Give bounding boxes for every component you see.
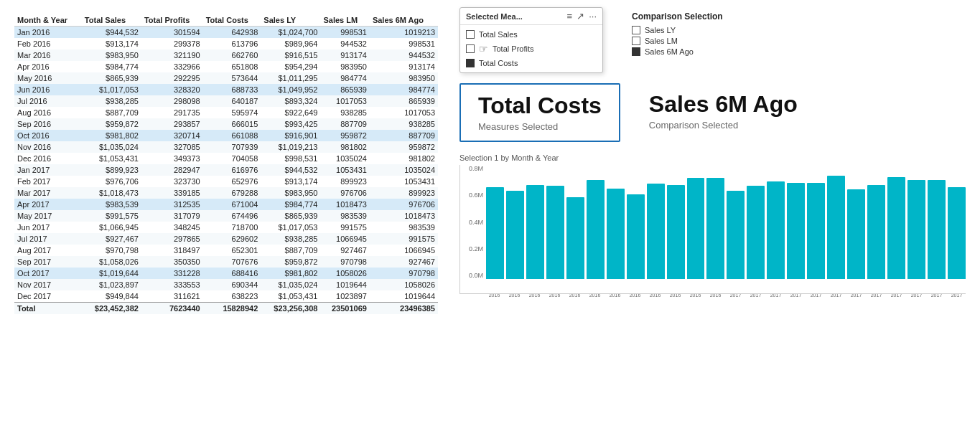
table-cell: Nov 2016 <box>14 141 82 153</box>
comparison-checkbox-icon[interactable] <box>632 47 640 56</box>
selector-item[interactable]: Total Costs <box>465 57 598 70</box>
bar <box>607 189 625 279</box>
checkbox-icon[interactable] <box>466 44 475 53</box>
selector-item[interactable]: Total Sales <box>465 28 598 41</box>
comparison-item[interactable]: Sales LY <box>632 26 723 34</box>
more-icon[interactable]: ··· <box>589 11 597 22</box>
table-cell: 301594 <box>141 27 203 39</box>
table-cell: Jan 2016 <box>14 27 82 39</box>
table-cell: 328320 <box>141 84 203 95</box>
bar <box>807 183 825 279</box>
bar-group <box>747 186 765 279</box>
selector-item[interactable]: ☞Total Profits <box>465 41 598 57</box>
table-cell: $1,017,053 <box>261 222 320 233</box>
measure-selector-box[interactable]: Selected Mea... ≡ ↗ ··· Total Sales☞Tota… <box>459 7 603 73</box>
table-cell: 299378 <box>141 38 203 49</box>
bar-group <box>887 177 905 279</box>
table-cell: $1,049,952 <box>261 84 320 95</box>
table-cell: $916,515 <box>261 49 320 61</box>
bar-group <box>566 197 584 279</box>
table-cell: $1,018,473 <box>82 187 141 199</box>
checkbox-icon[interactable] <box>466 30 475 39</box>
table-cell: $959,872 <box>82 118 141 130</box>
measures-display: Total Costs Measures Selected Sales 6M A… <box>459 83 966 142</box>
table-cell: $927,467 <box>82 233 141 245</box>
comparison-checkbox-icon[interactable] <box>632 37 640 45</box>
col-header: Sales 6M Ago <box>370 14 438 27</box>
y-label: 0.4M <box>469 219 483 226</box>
table-cell: Apr 2016 <box>14 61 82 72</box>
table-cell: 1019213 <box>370 27 438 39</box>
comparison-item[interactable]: Sales 6M Ago <box>632 47 723 56</box>
bar-group <box>787 183 805 279</box>
table-cell: Aug 2017 <box>14 245 82 256</box>
table-cell: 339185 <box>141 187 203 199</box>
table-cell: 292295 <box>141 72 203 84</box>
table-cell: $887,709 <box>261 245 320 256</box>
bar-group <box>687 178 705 279</box>
table-cell: 1017053 <box>320 95 369 107</box>
table-cell: 688416 <box>203 268 261 279</box>
table-cell: 927467 <box>370 256 438 268</box>
table-row: Apr 2016$984,774332966651808$954,2949839… <box>14 61 438 72</box>
table-cell: $991,575 <box>82 210 141 222</box>
table-cell: Sep 2016 <box>14 118 82 130</box>
comp-sub: Comparison Selected <box>649 120 798 131</box>
table-cell: 332966 <box>141 61 203 72</box>
bar-group <box>767 181 785 279</box>
bar <box>727 191 745 279</box>
table-cell: 1023897 <box>320 290 369 303</box>
bar-group <box>807 183 825 279</box>
table-cell: 1058026 <box>320 268 369 279</box>
table-cell: 718700 <box>203 222 261 233</box>
right-panel: Selected Mea... ≡ ↗ ··· Total Sales☞Tota… <box>445 0 980 426</box>
data-table: Month & YearTotal SalesTotal ProfitsTota… <box>14 14 438 314</box>
total-cell: 15828942 <box>203 303 261 315</box>
comparison-card: Sales 6M Ago Comparison Selected <box>649 83 798 139</box>
table-cell: 913174 <box>370 61 438 72</box>
table-cell: $944,532 <box>261 164 320 176</box>
table-cell: 991575 <box>320 222 369 233</box>
checkbox-icon[interactable] <box>466 59 475 67</box>
table-cell: Jun 2016 <box>14 84 82 95</box>
bar <box>767 181 785 279</box>
selector-item-label: Total Sales <box>479 30 518 39</box>
table-cell: $1,035,024 <box>82 141 141 153</box>
bar <box>546 186 564 279</box>
table-cell: $949,844 <box>82 290 141 303</box>
table-cell: Jan 2017 <box>14 164 82 176</box>
table-cell: $1,066,945 <box>82 222 141 233</box>
y-label: 0.8M <box>469 165 483 172</box>
table-cell: 983950 <box>370 72 438 84</box>
bar-group <box>667 185 685 279</box>
table-cell: 297865 <box>141 233 203 245</box>
table-row: Jan 2016$944,532301594642938$1,024,70099… <box>14 27 438 39</box>
table-cell: 671004 <box>203 199 261 210</box>
comparison-item-label: Sales LM <box>645 37 678 45</box>
table-row: Aug 2016$887,709291735595974$922,6499382… <box>14 107 438 118</box>
col-header: Month & Year <box>14 14 82 27</box>
table-cell: $922,649 <box>261 107 320 118</box>
table-cell: 970798 <box>320 256 369 268</box>
bar-group <box>647 184 665 279</box>
table-cell: 959872 <box>320 130 369 141</box>
table-cell: Nov 2017 <box>14 279 82 290</box>
comparison-item[interactable]: Sales LM <box>632 37 723 45</box>
selector-title: Selected Mea... <box>466 12 523 21</box>
table-cell: 291735 <box>141 107 203 118</box>
total-cell: Total <box>14 303 82 315</box>
chart-title: Selection 1 by Month & Year <box>459 153 966 162</box>
table-cell: Mar 2017 <box>14 187 82 199</box>
chart-area: Selection 1 by Month & Year 0.8M 0.6M 0.… <box>459 153 966 419</box>
total-cell: $23,452,382 <box>82 303 141 315</box>
table-cell: 976706 <box>370 199 438 210</box>
table-cell: $899,923 <box>82 164 141 176</box>
bar <box>867 185 885 279</box>
expand-icon[interactable]: ↗ <box>577 11 584 22</box>
bar-group <box>847 189 865 279</box>
table-cell: 899923 <box>370 187 438 199</box>
table-cell: 349373 <box>141 153 203 164</box>
table-cell: 927467 <box>320 245 369 256</box>
table-cell: 321190 <box>141 49 203 61</box>
comparison-checkbox-icon[interactable] <box>632 26 640 34</box>
